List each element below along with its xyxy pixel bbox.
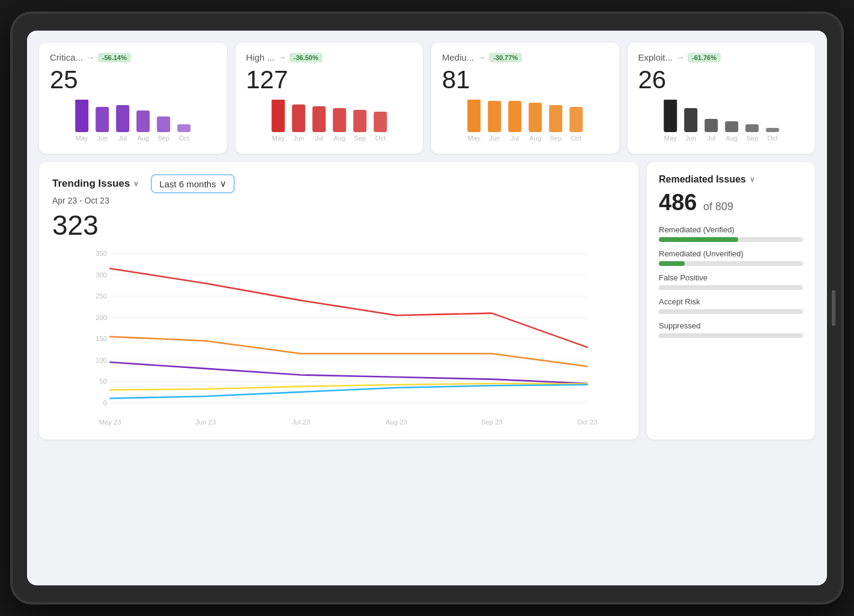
card-badge-high: -36.50% xyxy=(289,53,323,62)
svg-text:May: May xyxy=(76,134,88,142)
svg-text:Jun: Jun xyxy=(97,134,108,142)
svg-text:Aug: Aug xyxy=(137,134,149,142)
svg-rect-2 xyxy=(116,105,129,132)
svg-text:100: 100 xyxy=(95,357,107,364)
card-badge-medium: -30.77% xyxy=(489,53,522,62)
svg-rect-40 xyxy=(745,124,759,132)
bottom-row: Trending Issues ∨ Last 6 months ∨ Apr 23… xyxy=(39,162,815,439)
card-chart-high: .axis-label { font-size: 10px; fill: #aa… xyxy=(246,100,413,142)
svg-rect-13 xyxy=(292,104,305,132)
card-number-high: 127 xyxy=(246,66,413,94)
svg-text:Sep: Sep xyxy=(746,134,758,142)
progress-section: Remediated (Unverified) xyxy=(659,249,803,266)
svg-text:200: 200 xyxy=(95,314,107,321)
svg-rect-15 xyxy=(333,108,346,132)
progress-bar-fill xyxy=(659,261,685,266)
card-title-high: High ... xyxy=(246,52,275,62)
svg-text:Jul 23: Jul 23 xyxy=(292,418,310,426)
card-title-exploit: Exploit... xyxy=(638,52,673,62)
progress-label: Remediated (Verified) xyxy=(659,225,803,234)
card-arrow-icon-exploit: → xyxy=(676,53,684,62)
progress-section: Suppressed xyxy=(659,321,803,338)
progress-bar-background xyxy=(659,309,803,314)
svg-text:350: 350 xyxy=(95,250,107,258)
svg-text:Sep: Sep xyxy=(354,134,366,142)
svg-text:Jul: Jul xyxy=(315,134,323,142)
svg-text:Jun: Jun xyxy=(489,134,500,142)
progress-label: Suppressed xyxy=(659,321,803,330)
progress-bar-background xyxy=(659,333,803,338)
date-filter-label: Last 6 months xyxy=(159,179,216,189)
remediated-issues-card: Remediated Issues ∨ 486 of 809 Remediate… xyxy=(647,162,815,439)
svg-rect-27 xyxy=(528,103,542,132)
svg-rect-4 xyxy=(157,116,170,132)
screen: Critica... → -56.14% 25 .axis-label { fo… xyxy=(27,31,827,585)
svg-text:May 23: May 23 xyxy=(99,418,121,426)
svg-text:Oct: Oct xyxy=(179,134,189,142)
svg-text:Aug 23: Aug 23 xyxy=(386,418,407,426)
svg-text:May: May xyxy=(468,134,480,142)
svg-text:Jul: Jul xyxy=(510,134,519,142)
svg-text:Sep: Sep xyxy=(550,134,562,142)
svg-rect-26 xyxy=(508,101,521,132)
card-number-exploit: 26 xyxy=(638,66,805,94)
trending-chevron-icon: ∨ xyxy=(133,180,139,188)
card-header-exploit: Exploit... → -61.76% xyxy=(638,52,805,62)
svg-text:Oct: Oct xyxy=(375,134,385,142)
svg-rect-0 xyxy=(75,100,88,132)
svg-text:Jul: Jul xyxy=(707,134,715,142)
progress-bar-fill xyxy=(659,333,676,338)
trending-header: Trending Issues ∨ Last 6 months ∨ xyxy=(52,174,625,193)
card-exploit: Exploit... → -61.76% 26 .axis-label { fo… xyxy=(628,43,816,154)
progress-section: False Positive xyxy=(659,273,803,290)
card-number-critical: 25 xyxy=(50,66,216,94)
svg-rect-29 xyxy=(569,107,583,132)
svg-text:Oct: Oct xyxy=(767,134,777,142)
svg-rect-36 xyxy=(664,100,677,132)
progress-bar-fill xyxy=(659,237,738,242)
progress-section: Accept Risk xyxy=(659,297,803,314)
remediated-title: Remediated Issues xyxy=(659,174,746,185)
progress-bar-background xyxy=(659,237,803,242)
svg-text:Aug: Aug xyxy=(333,134,345,142)
progress-label: False Positive xyxy=(659,273,803,282)
progress-bar-background xyxy=(659,261,803,266)
svg-text:150: 150 xyxy=(95,336,107,343)
svg-text:Jun 23: Jun 23 xyxy=(195,418,216,426)
remediated-bars: Remediated (Verified)Remediated (Unverif… xyxy=(659,225,803,338)
svg-rect-39 xyxy=(725,121,738,132)
trending-number: 323 xyxy=(52,209,625,241)
date-range-text: Apr 23 - Oct 23 xyxy=(52,196,625,205)
card-header-critical: Critica... → -56.14% xyxy=(50,52,216,62)
progress-section: Remediated (Verified) xyxy=(659,225,803,242)
svg-text:Sep: Sep xyxy=(157,134,169,142)
svg-text:Oct 23: Oct 23 xyxy=(577,418,597,426)
date-filter-dropdown[interactable]: Last 6 months ∨ xyxy=(151,174,234,193)
card-arrow-icon-medium: → xyxy=(477,53,485,62)
svg-rect-28 xyxy=(549,105,562,132)
card-badge-exploit: -61.76% xyxy=(688,53,721,62)
svg-text:0: 0 xyxy=(103,399,107,406)
card-chart-exploit: .axis-label { font-size: 10px; fill: #aa… xyxy=(638,100,805,142)
card-header-medium: Mediu... → -30.77% xyxy=(442,52,608,62)
svg-text:300: 300 xyxy=(95,271,107,279)
top-cards-row: Critica... → -56.14% 25 .axis-label { fo… xyxy=(39,43,815,154)
card-title-critical: Critica... xyxy=(50,52,83,62)
date-filter-chevron-icon: ∨ xyxy=(220,178,226,189)
device-frame: Critica... → -56.14% 25 .axis-label { fo… xyxy=(13,14,841,602)
trending-line-chart: .axis-label{font-size:11px;fill:#bbb;fon… xyxy=(52,247,625,427)
svg-text:Sep 23: Sep 23 xyxy=(481,418,503,426)
trending-title: Trending Issues ∨ xyxy=(52,178,139,190)
svg-text:Oct: Oct xyxy=(571,134,581,142)
card-chart-medium: .axis-label { font-size: 10px; fill: #aa… xyxy=(442,100,608,142)
svg-text:Jun: Jun xyxy=(685,134,696,142)
svg-text:May: May xyxy=(664,134,676,142)
card-badge-critical: -56.14% xyxy=(98,53,131,62)
svg-rect-3 xyxy=(136,110,150,132)
svg-text:Jul: Jul xyxy=(118,134,127,142)
svg-rect-41 xyxy=(766,128,779,132)
remediated-header: Remediated Issues ∨ xyxy=(659,174,803,185)
svg-text:Jun: Jun xyxy=(293,134,304,142)
card-arrow-icon-high: → xyxy=(278,53,286,62)
progress-bar-background xyxy=(659,285,803,290)
